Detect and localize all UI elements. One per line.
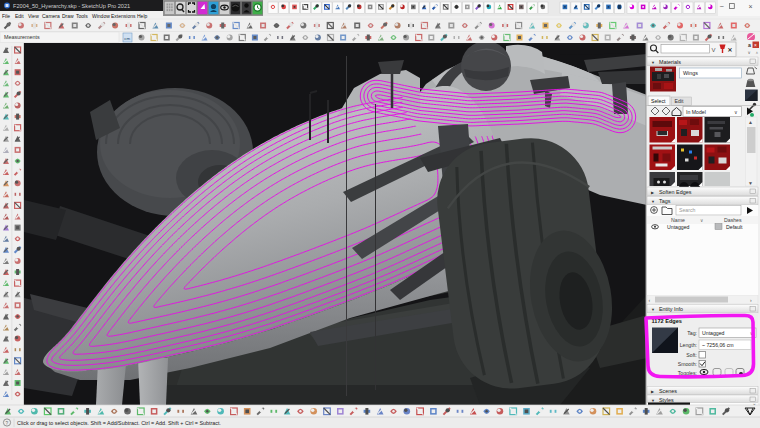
svg-text:View: View	[28, 13, 39, 19]
svg-text:▼: ▼	[651, 398, 655, 403]
svg-text:Default: Default	[726, 224, 743, 230]
svg-text:✕: ✕	[728, 47, 733, 53]
svg-text:Search: Search	[679, 207, 696, 213]
svg-text:Camera: Camera	[42, 13, 60, 19]
svg-text:Tag:: Tag:	[687, 330, 697, 336]
svg-text:×: ×	[754, 43, 757, 48]
svg-text:Wings: Wings	[683, 70, 698, 76]
svg-text:Materials: Materials	[659, 59, 681, 65]
svg-text:Extensions: Extensions	[111, 13, 136, 19]
svg-text:Scenes: Scenes	[659, 388, 677, 394]
svg-text:Entity Info: Entity Info	[659, 306, 683, 312]
svg-text:Help: Help	[137, 13, 148, 19]
svg-text:Window: Window	[92, 13, 110, 19]
svg-text:▲: ▲	[748, 119, 753, 125]
svg-text:Edit: Edit	[15, 13, 24, 19]
svg-text:In Model: In Model	[686, 109, 706, 115]
svg-text:Styles: Styles	[659, 397, 674, 403]
svg-text:▼: ▼	[651, 60, 655, 65]
svg-text:∨: ∨	[700, 218, 703, 223]
svg-text:Tools: Tools	[76, 13, 88, 19]
svg-text:▼: ▼	[651, 307, 655, 312]
svg-text:Measurements: Measurements	[4, 34, 40, 40]
svg-text:Tags: Tags	[659, 198, 671, 204]
svg-text:Untagged: Untagged	[667, 224, 690, 230]
svg-text:Soften Edges: Soften Edges	[659, 189, 692, 195]
svg-text:▼: ▼	[651, 199, 655, 204]
svg-text:Edit: Edit	[675, 98, 684, 104]
svg-text:cm: cm	[124, 36, 130, 41]
svg-text:∨: ∨	[748, 50, 751, 55]
svg-text:Dashes: Dashes	[724, 217, 742, 223]
svg-text:F2004_50_Hyerarchy.skp - Sketc: F2004_50_Hyerarchy.skp - SketchUp Pro 20…	[13, 3, 130, 9]
svg-text:∨: ∨	[734, 109, 738, 115]
svg-text:▼: ▼	[748, 180, 753, 186]
svg-text:Untagged: Untagged	[702, 330, 725, 336]
svg-text:–: –	[720, 2, 724, 9]
svg-text:File: File	[2, 13, 10, 19]
svg-text:Click or drag to select object: Click or drag to select objects. Shift =…	[17, 420, 221, 426]
svg-text:~ 7256,06 cm: ~ 7256,06 cm	[702, 342, 734, 348]
svg-text:Smooth:: Smooth:	[678, 361, 697, 367]
svg-text:∧: ∧	[756, 51, 759, 55]
svg-text:V: V	[712, 47, 716, 53]
svg-text:Draw: Draw	[62, 13, 74, 19]
svg-text:Length:: Length:	[680, 342, 697, 348]
svg-text:×: ×	[749, 3, 753, 10]
svg-text:?: ?	[6, 421, 9, 426]
svg-text:Soft:: Soft:	[686, 352, 697, 358]
svg-text:Name: Name	[671, 217, 685, 223]
svg-text:⌄: ⌄	[752, 400, 757, 406]
svg-text:a: a	[748, 42, 751, 48]
svg-text:Select: Select	[651, 98, 666, 104]
